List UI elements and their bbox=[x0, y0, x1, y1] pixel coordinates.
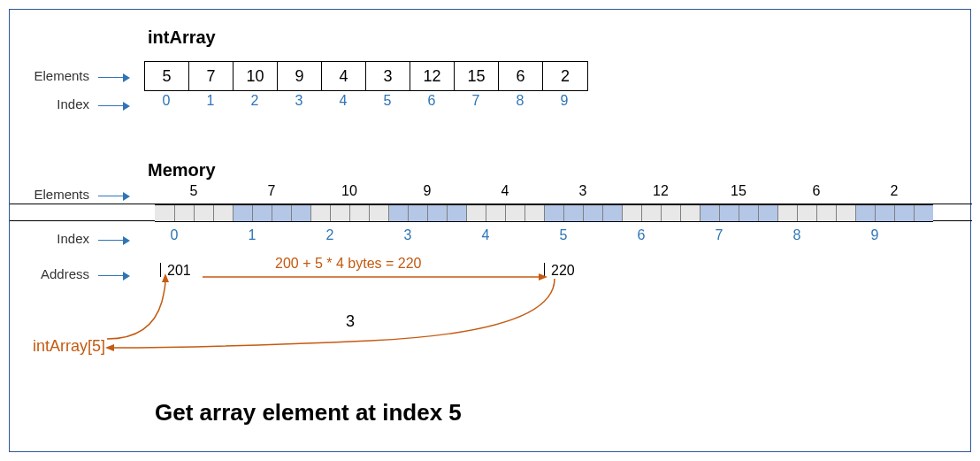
array-cell: 6 bbox=[499, 62, 543, 90]
array-cell: 3 bbox=[366, 62, 410, 90]
label-elements-1: Elements bbox=[19, 68, 89, 83]
memory-index: 2 bbox=[291, 227, 369, 243]
arrow-index-2 bbox=[98, 236, 128, 245]
memory-value: 5 bbox=[155, 183, 233, 199]
diagram-frame: intArray Elements 5 7 10 9 4 3 12 15 6 2… bbox=[9, 9, 971, 452]
array-cell: 5 bbox=[145, 62, 189, 90]
array-cell: 7 bbox=[189, 62, 234, 90]
label-address: Address bbox=[19, 266, 89, 281]
array-index: 4 bbox=[321, 93, 365, 109]
memory-index: 9 bbox=[836, 227, 914, 243]
curve-target-to-expr bbox=[105, 279, 565, 358]
memory-index: 6 bbox=[602, 227, 680, 243]
arrow-elements-1 bbox=[98, 73, 128, 82]
memory-value: 2 bbox=[855, 183, 933, 199]
memory-value: 7 bbox=[233, 183, 310, 199]
memory-value: 4 bbox=[466, 183, 544, 199]
svg-marker-3 bbox=[105, 344, 114, 351]
array-cell: 15 bbox=[455, 62, 499, 90]
array-index: 1 bbox=[188, 93, 233, 109]
array-indices: 0 1 2 3 4 5 6 7 8 9 bbox=[144, 93, 586, 109]
memory-bytes bbox=[155, 204, 933, 222]
array-cell: 12 bbox=[410, 62, 455, 90]
memory-index: 1 bbox=[213, 227, 291, 243]
memory-index: 0 bbox=[135, 227, 213, 243]
memory-index: 7 bbox=[680, 227, 758, 243]
memory-values: 5 7 10 9 4 3 12 15 6 2 bbox=[155, 183, 933, 199]
array-index: 0 bbox=[144, 93, 188, 109]
array-index: 7 bbox=[454, 93, 498, 109]
array-index: 5 bbox=[365, 93, 410, 109]
address-formula: 200 + 5 * 4 bytes = 220 bbox=[275, 256, 421, 272]
array-index: 2 bbox=[233, 93, 277, 109]
memory-indices: 0 1 2 3 4 5 6 7 8 9 bbox=[135, 227, 914, 243]
label-elements-2: Elements bbox=[19, 187, 89, 202]
memory-title: Memory bbox=[148, 160, 216, 181]
arrow-index-1 bbox=[98, 102, 128, 111]
memory-index: 5 bbox=[524, 227, 602, 243]
array-index: 6 bbox=[410, 93, 454, 109]
array-cell: 9 bbox=[278, 62, 322, 90]
memory-value: 6 bbox=[777, 183, 855, 199]
memory-value: 3 bbox=[544, 183, 622, 199]
array-name-title: intArray bbox=[148, 27, 216, 48]
array-cell: 2 bbox=[543, 62, 587, 90]
lookup-expression: intArray[5] bbox=[33, 337, 105, 356]
array-index: 9 bbox=[542, 93, 586, 109]
memory-index: 8 bbox=[758, 227, 836, 243]
memory-index: 3 bbox=[369, 227, 447, 243]
arrow-elements-2 bbox=[98, 192, 128, 201]
array-index: 8 bbox=[498, 93, 542, 109]
memory-index: 4 bbox=[447, 227, 524, 243]
memory-value: 9 bbox=[388, 183, 466, 199]
addr-target: 220 bbox=[551, 263, 575, 279]
memory-value: 10 bbox=[310, 183, 388, 199]
array-cell: 10 bbox=[234, 62, 278, 90]
label-index-2: Index bbox=[19, 231, 89, 246]
memory-value: 15 bbox=[700, 183, 777, 199]
memory-value: 12 bbox=[622, 183, 700, 199]
array-cell: 4 bbox=[322, 62, 366, 90]
array-index: 3 bbox=[277, 93, 321, 109]
diagram-caption: Get array element at index 5 bbox=[155, 399, 462, 426]
array-cells: 5 7 10 9 4 3 12 15 6 2 bbox=[144, 61, 588, 91]
label-index-1: Index bbox=[19, 96, 89, 111]
